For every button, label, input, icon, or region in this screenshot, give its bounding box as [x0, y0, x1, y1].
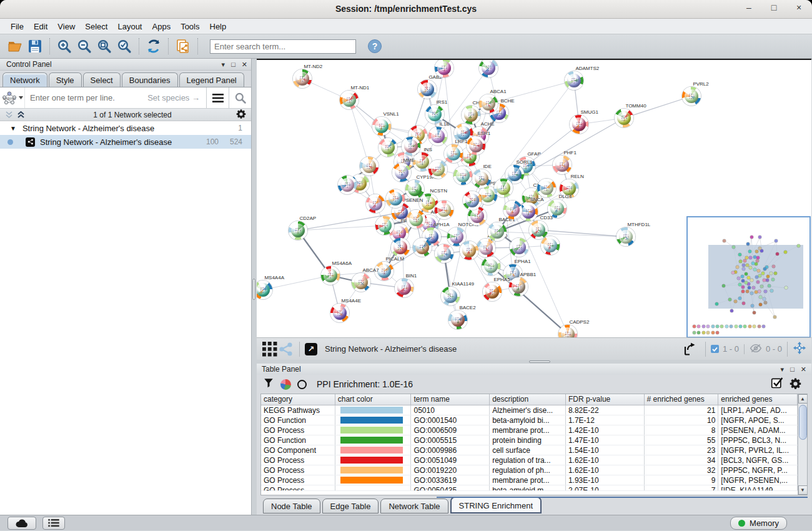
network-node[interactable]: [537, 179, 556, 197]
network-node[interactable]: MT-ND1: [340, 91, 359, 109]
pie-chart-icon[interactable]: [280, 379, 291, 390]
expand-all-icon[interactable]: [17, 111, 25, 119]
open-external-icon[interactable]: ↗: [305, 343, 317, 355]
title-bar[interactable]: Session: /tmp/enrichmentTest.cys –□×: [0, 0, 812, 19]
circle-icon[interactable]: [297, 380, 307, 389]
network-node[interactable]: [541, 236, 560, 255]
network-node[interactable]: VSNL1: [372, 117, 391, 136]
collapse-all-icon[interactable]: [5, 111, 13, 119]
close-panel-icon[interactable]: ✕: [801, 365, 806, 374]
menu-layout[interactable]: Layout: [113, 21, 146, 32]
export-network-icon[interactable]: [680, 340, 700, 359]
maximize-icon[interactable]: □: [768, 2, 780, 12]
column-header-description[interactable]: description: [490, 394, 566, 405]
checkbox-icon[interactable]: [771, 377, 783, 392]
network-node[interactable]: PHF1: [553, 156, 572, 174]
menu-edit[interactable]: Edit: [29, 21, 52, 32]
table-row[interactable]: GO ComponentGO:0009986cell surface1.54E-…: [261, 445, 798, 455]
network-node[interactable]: [407, 210, 425, 229]
network-node[interactable]: [338, 176, 357, 194]
network-node[interactable]: ADAMTS2: [565, 71, 583, 90]
zoom-fit-icon[interactable]: [94, 37, 114, 56]
table-row[interactable]: GO ProcessGO:0051049regulation of tra...…: [261, 455, 798, 465]
tab-edge-table[interactable]: Edge Table: [322, 499, 379, 514]
gear-icon[interactable]: [790, 377, 801, 392]
network-node[interactable]: IL1B: [428, 127, 447, 146]
network-node[interactable]: [503, 201, 522, 219]
scroll-down-icon[interactable]: ▼: [798, 485, 808, 495]
network-node[interactable]: TOMM40: [615, 109, 633, 127]
network-node[interactable]: CHAT: [462, 106, 480, 124]
tab-network-table[interactable]: Network Table: [380, 499, 448, 514]
birds-eye-view[interactable]: [686, 216, 811, 337]
menu-file[interactable]: File: [6, 21, 28, 32]
scroll-up-icon[interactable]: ▲: [798, 394, 808, 404]
zoom-selected-icon[interactable]: [114, 37, 134, 56]
network-node[interactable]: [402, 137, 420, 156]
table-scrollbar[interactable]: ▲ ▼: [798, 394, 807, 495]
network-node[interactable]: [510, 238, 528, 257]
tree-expander-icon[interactable]: ▼: [10, 125, 16, 132]
search-icon[interactable]: [229, 87, 251, 108]
tab-boundaries[interactable]: Boundaries: [122, 72, 178, 87]
network-node[interactable]: [391, 238, 410, 257]
hidden-counter[interactable]: 0 - 0: [750, 344, 782, 355]
tab-legend-panel[interactable]: Legend Panel: [179, 72, 244, 87]
tab-network[interactable]: Network: [2, 72, 47, 87]
network-node[interactable]: APBB1: [509, 277, 528, 296]
network-collection-row[interactable]: ▼ String Network - Alzheimer's disease 1: [0, 121, 251, 135]
menu-help[interactable]: Help: [205, 21, 231, 32]
network-node[interactable]: [494, 179, 513, 197]
network-node[interactable]: [435, 244, 453, 263]
gear-icon[interactable]: [236, 109, 246, 121]
task-list-icon[interactable]: [42, 517, 65, 530]
menu-select[interactable]: Select: [81, 21, 112, 32]
network-node[interactable]: IRS1: [425, 105, 444, 124]
network-node[interactable]: IDE: [472, 169, 491, 188]
save-session-icon[interactable]: [25, 37, 45, 56]
table-row[interactable]: GO ProcessGO:0033619membrane prot...1.93…: [261, 475, 798, 485]
splitter-grip[interactable]: [252, 279, 255, 300]
network-node[interactable]: ABCA1: [479, 94, 498, 113]
network-node[interactable]: [482, 257, 500, 275]
menu-apps[interactable]: Apps: [148, 21, 176, 32]
network-node[interactable]: [379, 138, 397, 157]
network-node[interactable]: ADAM10: [477, 239, 495, 257]
table-row[interactable]: GO ProcessGO:0006509membrane prot...1.42…: [261, 425, 798, 435]
scrollbar-thumb[interactable]: [799, 405, 807, 440]
cloud-icon[interactable]: [7, 517, 36, 530]
network-node[interactable]: PVRL2: [682, 87, 701, 106]
network-node[interactable]: MS4A6A: [321, 266, 340, 285]
column-header-FDR-p-value[interactable]: FDR p-value: [566, 394, 645, 405]
minimize-icon[interactable]: –: [743, 2, 755, 12]
network-node[interactable]: [428, 160, 447, 179]
network-node[interactable]: [375, 216, 394, 235]
column-header-term-name[interactable]: term name: [411, 394, 490, 405]
table-splitter[interactable]: [257, 360, 811, 364]
column-header-category[interactable]: category: [261, 394, 335, 405]
string-logo-icon[interactable]: STRING: [0, 87, 25, 108]
tab-string-enrichment[interactable]: STRING Enrichment: [450, 497, 542, 514]
set-species-label[interactable]: Set species →: [147, 93, 206, 102]
network-node[interactable]: MME: [392, 163, 411, 182]
network-node[interactable]: ABCA7: [352, 273, 370, 292]
column-header-chart-color[interactable]: chart color: [335, 394, 412, 405]
memory-button[interactable]: Memory: [730, 517, 787, 530]
zoom-out-icon[interactable]: [74, 37, 94, 56]
network-node[interactable]: SMUG1: [570, 115, 588, 134]
column-header--enriched-genes[interactable]: # enriched genes: [645, 394, 719, 405]
panel-menu-icon[interactable]: ▾: [781, 365, 785, 374]
network-canvas[interactable]: MT-ND2MT-ND1VSNL1GAB2ADAMTS2PVRL2TOMM40S…: [257, 59, 811, 337]
column-header-enriched-genes[interactable]: enriched genes: [718, 394, 798, 405]
panel-menu-icon[interactable]: ▾: [222, 61, 225, 69]
refresh-icon[interactable]: [144, 37, 164, 56]
panel-splitter[interactable]: [252, 59, 257, 515]
splitter-grip[interactable]: [529, 360, 550, 363]
close-icon[interactable]: ×: [793, 2, 805, 12]
network-node[interactable]: BACE2: [448, 310, 467, 329]
menu-tools[interactable]: Tools: [176, 21, 204, 32]
network-node[interactable]: CD33: [529, 221, 548, 239]
network-node[interactable]: GAB2: [418, 80, 437, 99]
network-node[interactable]: [479, 59, 498, 77]
network-node[interactable]: [463, 191, 482, 210]
